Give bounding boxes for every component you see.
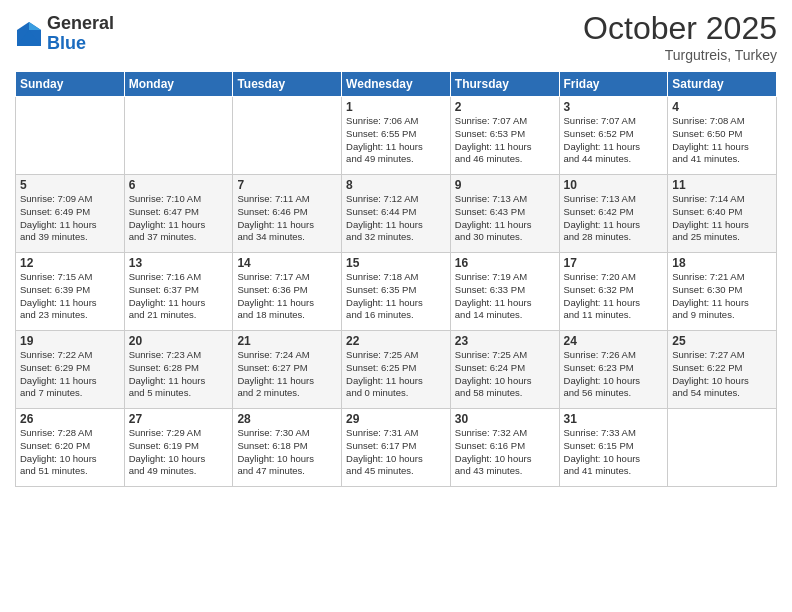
day-number: 6: [129, 178, 229, 192]
calendar-cell: 30Sunrise: 7:32 AM Sunset: 6:16 PM Dayli…: [450, 409, 559, 487]
day-number: 11: [672, 178, 772, 192]
day-info: Sunrise: 7:25 AM Sunset: 6:25 PM Dayligh…: [346, 349, 446, 400]
calendar-cell: 11Sunrise: 7:14 AM Sunset: 6:40 PM Dayli…: [668, 175, 777, 253]
calendar-cell: 3Sunrise: 7:07 AM Sunset: 6:52 PM Daylig…: [559, 97, 668, 175]
header: General Blue October 2025 Turgutreis, Tu…: [15, 10, 777, 63]
day-number: 17: [564, 256, 664, 270]
day-number: 26: [20, 412, 120, 426]
calendar-cell: 22Sunrise: 7:25 AM Sunset: 6:25 PM Dayli…: [342, 331, 451, 409]
calendar-cell: 1Sunrise: 7:06 AM Sunset: 6:55 PM Daylig…: [342, 97, 451, 175]
day-info: Sunrise: 7:23 AM Sunset: 6:28 PM Dayligh…: [129, 349, 229, 400]
day-info: Sunrise: 7:16 AM Sunset: 6:37 PM Dayligh…: [129, 271, 229, 322]
calendar-cell: 27Sunrise: 7:29 AM Sunset: 6:19 PM Dayli…: [124, 409, 233, 487]
day-number: 24: [564, 334, 664, 348]
calendar-week-row: 5Sunrise: 7:09 AM Sunset: 6:49 PM Daylig…: [16, 175, 777, 253]
calendar-cell: 4Sunrise: 7:08 AM Sunset: 6:50 PM Daylig…: [668, 97, 777, 175]
day-info: Sunrise: 7:22 AM Sunset: 6:29 PM Dayligh…: [20, 349, 120, 400]
calendar-header-row: SundayMondayTuesdayWednesdayThursdayFrid…: [16, 72, 777, 97]
calendar-cell: 21Sunrise: 7:24 AM Sunset: 6:27 PM Dayli…: [233, 331, 342, 409]
calendar-cell: 15Sunrise: 7:18 AM Sunset: 6:35 PM Dayli…: [342, 253, 451, 331]
location-title: Turgutreis, Turkey: [583, 47, 777, 63]
day-number: 18: [672, 256, 772, 270]
calendar-week-row: 1Sunrise: 7:06 AM Sunset: 6:55 PM Daylig…: [16, 97, 777, 175]
logo-icon: [15, 20, 43, 48]
calendar-cell: 5Sunrise: 7:09 AM Sunset: 6:49 PM Daylig…: [16, 175, 125, 253]
calendar-day-header: Sunday: [16, 72, 125, 97]
day-info: Sunrise: 7:33 AM Sunset: 6:15 PM Dayligh…: [564, 427, 664, 478]
calendar-cell: 29Sunrise: 7:31 AM Sunset: 6:17 PM Dayli…: [342, 409, 451, 487]
calendar-day-header: Saturday: [668, 72, 777, 97]
day-info: Sunrise: 7:15 AM Sunset: 6:39 PM Dayligh…: [20, 271, 120, 322]
day-info: Sunrise: 7:13 AM Sunset: 6:43 PM Dayligh…: [455, 193, 555, 244]
calendar-day-header: Tuesday: [233, 72, 342, 97]
day-info: Sunrise: 7:07 AM Sunset: 6:52 PM Dayligh…: [564, 115, 664, 166]
day-info: Sunrise: 7:26 AM Sunset: 6:23 PM Dayligh…: [564, 349, 664, 400]
day-info: Sunrise: 7:13 AM Sunset: 6:42 PM Dayligh…: [564, 193, 664, 244]
calendar: SundayMondayTuesdayWednesdayThursdayFrid…: [15, 71, 777, 487]
calendar-cell: [16, 97, 125, 175]
calendar-day-header: Wednesday: [342, 72, 451, 97]
day-info: Sunrise: 7:30 AM Sunset: 6:18 PM Dayligh…: [237, 427, 337, 478]
day-info: Sunrise: 7:28 AM Sunset: 6:20 PM Dayligh…: [20, 427, 120, 478]
day-number: 27: [129, 412, 229, 426]
day-number: 29: [346, 412, 446, 426]
logo-blue-text: Blue: [47, 34, 114, 54]
calendar-cell: [668, 409, 777, 487]
day-number: 7: [237, 178, 337, 192]
day-info: Sunrise: 7:09 AM Sunset: 6:49 PM Dayligh…: [20, 193, 120, 244]
logo-text: General Blue: [47, 14, 114, 54]
day-info: Sunrise: 7:24 AM Sunset: 6:27 PM Dayligh…: [237, 349, 337, 400]
day-number: 22: [346, 334, 446, 348]
day-number: 16: [455, 256, 555, 270]
day-number: 28: [237, 412, 337, 426]
calendar-week-row: 19Sunrise: 7:22 AM Sunset: 6:29 PM Dayli…: [16, 331, 777, 409]
calendar-cell: 14Sunrise: 7:17 AM Sunset: 6:36 PM Dayli…: [233, 253, 342, 331]
calendar-cell: 12Sunrise: 7:15 AM Sunset: 6:39 PM Dayli…: [16, 253, 125, 331]
calendar-cell: 10Sunrise: 7:13 AM Sunset: 6:42 PM Dayli…: [559, 175, 668, 253]
day-info: Sunrise: 7:18 AM Sunset: 6:35 PM Dayligh…: [346, 271, 446, 322]
calendar-day-header: Friday: [559, 72, 668, 97]
day-info: Sunrise: 7:10 AM Sunset: 6:47 PM Dayligh…: [129, 193, 229, 244]
day-number: 13: [129, 256, 229, 270]
logo-general-text: General: [47, 14, 114, 34]
calendar-cell: 19Sunrise: 7:22 AM Sunset: 6:29 PM Dayli…: [16, 331, 125, 409]
day-number: 8: [346, 178, 446, 192]
month-title: October 2025: [583, 10, 777, 47]
day-info: Sunrise: 7:19 AM Sunset: 6:33 PM Dayligh…: [455, 271, 555, 322]
calendar-cell: 31Sunrise: 7:33 AM Sunset: 6:15 PM Dayli…: [559, 409, 668, 487]
day-info: Sunrise: 7:07 AM Sunset: 6:53 PM Dayligh…: [455, 115, 555, 166]
day-number: 1: [346, 100, 446, 114]
day-info: Sunrise: 7:12 AM Sunset: 6:44 PM Dayligh…: [346, 193, 446, 244]
day-number: 4: [672, 100, 772, 114]
day-number: 10: [564, 178, 664, 192]
day-info: Sunrise: 7:29 AM Sunset: 6:19 PM Dayligh…: [129, 427, 229, 478]
day-number: 21: [237, 334, 337, 348]
calendar-day-header: Thursday: [450, 72, 559, 97]
day-number: 20: [129, 334, 229, 348]
calendar-cell: 24Sunrise: 7:26 AM Sunset: 6:23 PM Dayli…: [559, 331, 668, 409]
day-number: 3: [564, 100, 664, 114]
calendar-cell: 16Sunrise: 7:19 AM Sunset: 6:33 PM Dayli…: [450, 253, 559, 331]
day-info: Sunrise: 7:25 AM Sunset: 6:24 PM Dayligh…: [455, 349, 555, 400]
calendar-cell: 20Sunrise: 7:23 AM Sunset: 6:28 PM Dayli…: [124, 331, 233, 409]
calendar-cell: [124, 97, 233, 175]
day-info: Sunrise: 7:14 AM Sunset: 6:40 PM Dayligh…: [672, 193, 772, 244]
day-info: Sunrise: 7:06 AM Sunset: 6:55 PM Dayligh…: [346, 115, 446, 166]
day-info: Sunrise: 7:32 AM Sunset: 6:16 PM Dayligh…: [455, 427, 555, 478]
day-number: 15: [346, 256, 446, 270]
calendar-cell: 2Sunrise: 7:07 AM Sunset: 6:53 PM Daylig…: [450, 97, 559, 175]
calendar-cell: 9Sunrise: 7:13 AM Sunset: 6:43 PM Daylig…: [450, 175, 559, 253]
calendar-cell: 7Sunrise: 7:11 AM Sunset: 6:46 PM Daylig…: [233, 175, 342, 253]
calendar-cell: 23Sunrise: 7:25 AM Sunset: 6:24 PM Dayli…: [450, 331, 559, 409]
day-number: 25: [672, 334, 772, 348]
day-info: Sunrise: 7:20 AM Sunset: 6:32 PM Dayligh…: [564, 271, 664, 322]
day-info: Sunrise: 7:08 AM Sunset: 6:50 PM Dayligh…: [672, 115, 772, 166]
calendar-cell: 8Sunrise: 7:12 AM Sunset: 6:44 PM Daylig…: [342, 175, 451, 253]
calendar-cell: [233, 97, 342, 175]
day-number: 12: [20, 256, 120, 270]
calendar-cell: 28Sunrise: 7:30 AM Sunset: 6:18 PM Dayli…: [233, 409, 342, 487]
day-info: Sunrise: 7:21 AM Sunset: 6:30 PM Dayligh…: [672, 271, 772, 322]
calendar-cell: 13Sunrise: 7:16 AM Sunset: 6:37 PM Dayli…: [124, 253, 233, 331]
day-number: 31: [564, 412, 664, 426]
calendar-week-row: 26Sunrise: 7:28 AM Sunset: 6:20 PM Dayli…: [16, 409, 777, 487]
